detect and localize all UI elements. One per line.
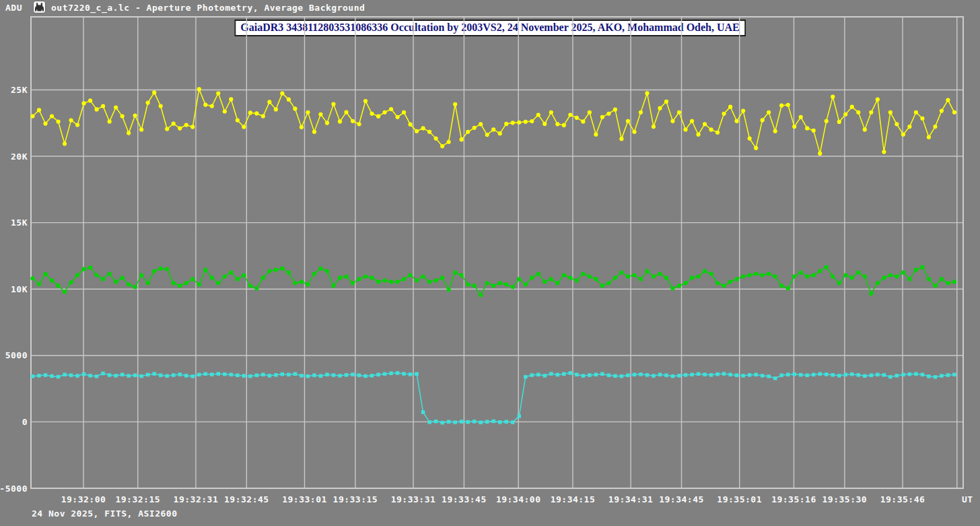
marker-cyan-lightcurve-occulted-target (792, 372, 796, 376)
marker-green-lightcurve (722, 284, 726, 288)
marker-green-lightcurve (69, 280, 73, 284)
marker-green-lightcurve (927, 277, 931, 281)
marker-yellow-lightcurve (427, 130, 431, 134)
marker-yellow-lightcurve (927, 135, 931, 139)
marker-yellow-lightcurve (466, 130, 470, 134)
marker-cyan-lightcurve-occulted-target (389, 372, 392, 375)
marker-yellow-lightcurve (536, 112, 540, 117)
marker-yellow-lightcurve (888, 110, 893, 114)
marker-green-lightcurve (498, 281, 502, 285)
x-axis-unit-label: UT (962, 494, 973, 504)
marker-green-lightcurve (293, 281, 297, 285)
marker-green-lightcurve (504, 282, 508, 286)
marker-cyan-lightcurve-occulted-target (248, 374, 252, 378)
marker-cyan-lightcurve-occulted-target (479, 420, 483, 424)
marker-yellow-lightcurve (306, 110, 310, 114)
marker-yellow-lightcurve (382, 110, 386, 114)
marker-cyan-lightcurve-occulted-target (434, 420, 438, 423)
marker-yellow-lightcurve (498, 131, 502, 135)
marker-cyan-lightcurve-occulted-target (934, 375, 937, 379)
plot-area[interactable]: 25K20K15K10K50000-500019:32:0019:32:1519… (0, 0, 980, 526)
marker-yellow-lightcurve (767, 110, 771, 114)
marker-yellow-lightcurve (530, 119, 534, 123)
marker-green-lightcurve (549, 277, 553, 281)
marker-cyan-lightcurve-occulted-target (850, 372, 853, 376)
marker-cyan-lightcurve-occulted-target (549, 372, 553, 375)
marker-cyan-lightcurve-occulted-target (908, 372, 911, 376)
marker-yellow-lightcurve (178, 126, 182, 130)
marker-green-lightcurve (120, 275, 125, 280)
marker-yellow-lightcurve (172, 121, 176, 125)
marker-green-lightcurve (876, 281, 880, 285)
marker-yellow-lightcurve (715, 131, 720, 135)
marker-green-lightcurve (440, 275, 444, 280)
marker-cyan-lightcurve-occulted-target (197, 373, 201, 376)
marker-green-lightcurve (818, 269, 822, 273)
marker-yellow-lightcurve (120, 114, 125, 118)
marker-yellow-lightcurve (165, 127, 169, 131)
marker-green-lightcurve (940, 277, 944, 281)
marker-green-lightcurve (178, 284, 182, 288)
x-tick-label: 19:35:16 (771, 494, 816, 504)
marker-cyan-lightcurve-occulted-target (82, 372, 85, 376)
marker-cyan-lightcurve-occulted-target (825, 372, 828, 376)
x-tick-label: 19:32:15 (115, 494, 160, 504)
marker-cyan-lightcurve-occulted-target (421, 410, 425, 414)
marker-cyan-lightcurve-occulted-target (473, 420, 476, 423)
marker-cyan-lightcurve-occulted-target (75, 374, 79, 377)
marker-cyan-lightcurve-occulted-target (492, 420, 495, 423)
marker-green-lightcurve (728, 280, 732, 284)
light-curve-plot[interactable]: 25K20K15K10K50000-500019:32:0019:32:1519… (0, 0, 980, 526)
marker-green-lightcurve (670, 286, 674, 290)
x-tick-label: 19:33:31 (391, 494, 436, 504)
marker-cyan-lightcurve-occulted-target (127, 374, 130, 377)
marker-green-lightcurve (229, 270, 233, 274)
marker-green-lightcurve (274, 268, 278, 272)
marker-cyan-lightcurve-occulted-target (57, 375, 60, 379)
x-tick-label: 19:32:31 (174, 494, 219, 504)
marker-yellow-lightcurve (114, 105, 118, 109)
marker-yellow-lightcurve (229, 97, 233, 101)
marker-green-lightcurve (172, 281, 176, 285)
marker-yellow-lightcurve (139, 127, 143, 131)
marker-green-lightcurve (901, 270, 905, 274)
marker-yellow-lightcurve (690, 119, 694, 123)
marker-cyan-lightcurve-occulted-target (223, 372, 226, 376)
marker-green-lightcurve (376, 280, 380, 284)
marker-cyan-lightcurve-occulted-target (562, 372, 565, 376)
marker-cyan-lightcurve-occulted-target (786, 373, 790, 376)
marker-green-lightcurve (786, 286, 790, 290)
marker-cyan-lightcurve-occulted-target (876, 373, 879, 376)
marker-yellow-lightcurve (722, 112, 726, 116)
marker-yellow-lightcurve (645, 91, 649, 95)
marker-yellow-lightcurve (351, 119, 355, 123)
marker-yellow-lightcurve (869, 110, 873, 114)
x-tick-label: 19:34:00 (496, 494, 541, 504)
marker-yellow-lightcurve (81, 101, 85, 105)
marker-yellow-lightcurve (670, 119, 674, 123)
marker-green-lightcurve (267, 269, 271, 273)
marker-green-lightcurve (677, 284, 681, 288)
marker-yellow-lightcurve (376, 114, 380, 119)
marker-cyan-lightcurve-occulted-target (588, 373, 591, 376)
marker-cyan-lightcurve-occulted-target (338, 374, 341, 377)
marker-green-lightcurve (517, 277, 521, 281)
marker-yellow-lightcurve (882, 150, 886, 154)
marker-yellow-lightcurve (818, 152, 822, 156)
marker-yellow-lightcurve (274, 107, 278, 111)
marker-yellow-lightcurve (312, 130, 316, 134)
marker-cyan-lightcurve-occulted-target (927, 374, 930, 378)
marker-green-lightcurve (159, 267, 163, 271)
marker-yellow-lightcurve (504, 122, 508, 126)
plot-border (31, 17, 963, 488)
marker-cyan-lightcurve-occulted-target (709, 373, 713, 376)
marker-cyan-lightcurve-occulted-target (319, 374, 322, 377)
marker-cyan-lightcurve-occulted-target (677, 374, 680, 377)
marker-green-lightcurve (434, 278, 438, 282)
marker-yellow-lightcurve (511, 121, 515, 125)
marker-green-lightcurve (920, 265, 924, 269)
marker-yellow-lightcurve (440, 144, 444, 148)
marker-green-lightcurve (216, 281, 220, 285)
marker-yellow-lightcurve (901, 133, 905, 137)
marker-green-lightcurve (389, 280, 393, 284)
